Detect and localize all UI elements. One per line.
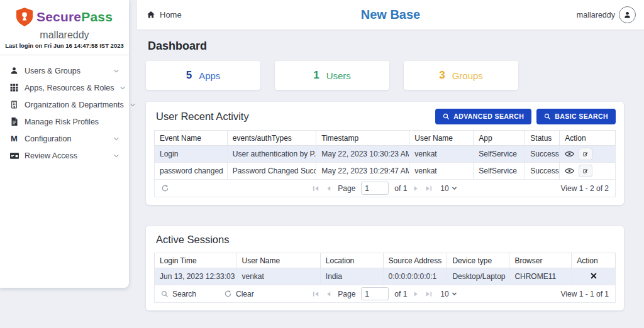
top-header: New Base Home mallareddy xyxy=(137,0,644,30)
first-page-icon[interactable] xyxy=(313,291,319,297)
view-range-label: View 1 - 1 of 1 xyxy=(561,290,609,298)
user-icon xyxy=(9,67,19,75)
stat-card-groups[interactable]: 3 Groups xyxy=(404,61,518,90)
next-page-icon[interactable] xyxy=(413,185,419,192)
basic-search-button[interactable]: BASIC SEARCH xyxy=(536,109,616,124)
pagination: Page of 1 10 xyxy=(155,182,615,195)
stat-cards: 5 Apps 1 Users 3 Groups xyxy=(146,61,624,90)
activity-table-footer: Page of 1 10 View 1 - 2 of 2 xyxy=(154,180,616,197)
grid-icon xyxy=(9,84,19,92)
clear-button[interactable]: Clear xyxy=(224,290,254,298)
activity-table: Event Name events/authTypes Timestamp Us… xyxy=(154,130,616,180)
table-row: Login User authentication by P... May 22… xyxy=(155,146,616,163)
terminate-session-icon[interactable] xyxy=(591,273,597,279)
refresh-icon[interactable] xyxy=(161,184,169,192)
dashboard-title: Dashboard xyxy=(148,40,624,53)
main-area: New Base Home mallareddy Dashboard 5 App… xyxy=(137,0,644,328)
sidebar-item-users-groups[interactable]: Users & Groups xyxy=(0,62,129,79)
building-icon xyxy=(9,101,19,109)
previous-page-icon[interactable] xyxy=(325,291,332,297)
page-number-input[interactable] xyxy=(361,182,389,195)
breadcrumb-home[interactable]: Home xyxy=(147,10,182,19)
chevron-down-icon xyxy=(130,102,136,108)
sidebar-item-review-access[interactable]: Review Access xyxy=(0,147,129,164)
sidebar: SecurePass mallareddy Last login on Fri … xyxy=(0,0,129,288)
edit-icon[interactable] xyxy=(579,165,592,177)
last-page-icon[interactable] xyxy=(425,185,432,192)
sidebar-item-manage-risk-profiles[interactable]: Manage Risk Profiles xyxy=(0,113,129,130)
card-icon xyxy=(9,151,19,160)
sidebar-username: mallareddy xyxy=(0,30,129,41)
view-icon[interactable] xyxy=(565,150,574,158)
active-sessions-panel: Active Sessions Login Time User Name Loc… xyxy=(146,226,624,310)
user-recent-activity-panel: User Recent Activity ADVANCED SEARCH BAS… xyxy=(146,102,624,205)
activity-table-header: Event Name events/authTypes Timestamp Us… xyxy=(155,131,616,146)
sidebar-item-organization-departments[interactable]: Organization & Departments xyxy=(0,96,129,113)
user-menu[interactable]: mallareddy xyxy=(577,6,636,23)
next-page-icon[interactable] xyxy=(413,291,419,297)
stat-card-users[interactable]: 1 Users xyxy=(275,61,389,90)
sidebar-item-configuration[interactable]: M Configuration xyxy=(0,130,129,147)
first-page-icon[interactable] xyxy=(313,185,319,192)
stat-card-apps[interactable]: 5 Apps xyxy=(146,61,260,90)
chevron-down-icon xyxy=(452,291,457,297)
chevron-down-icon xyxy=(113,68,119,74)
home-icon xyxy=(147,11,155,19)
file-icon xyxy=(9,118,19,126)
avatar xyxy=(619,6,636,23)
search-icon xyxy=(443,113,450,120)
page-title: New Base xyxy=(137,8,644,22)
sessions-table: Login Time User Name Location Source Add… xyxy=(154,253,616,285)
sessions-table-footer: Search Clear Pag xyxy=(154,285,616,303)
last-page-icon[interactable] xyxy=(425,291,432,297)
refresh-icon xyxy=(224,290,232,298)
search-button[interactable]: Search xyxy=(161,290,196,298)
chevron-down-icon xyxy=(452,185,457,191)
sidebar-nav: Users & Groups Apps, Resources & Roles O… xyxy=(0,55,129,171)
sessions-table-header: Login Time User Name Location Source Add… xyxy=(155,253,616,268)
header-username: mallareddy xyxy=(577,11,615,19)
page-size-select[interactable]: 10 xyxy=(440,290,457,298)
chevron-down-icon xyxy=(113,153,119,159)
view-range-label: View 1 - 2 of 2 xyxy=(561,184,609,193)
last-login-text: Last login on Fri Jun 16 14:47:58 IST 20… xyxy=(0,42,129,55)
view-icon[interactable] xyxy=(565,167,574,175)
content: Dashboard 5 Apps 1 Users 3 Groups User R… xyxy=(137,30,644,310)
search-icon xyxy=(161,290,169,298)
shield-logo-icon xyxy=(16,8,33,26)
sessions-panel-title: Active Sessions xyxy=(156,234,229,246)
chevron-down-icon xyxy=(119,85,126,91)
activity-panel-title: User Recent Activity xyxy=(156,111,249,123)
brand-logo: SecurePass xyxy=(0,0,129,26)
brand-name: SecurePass xyxy=(36,9,113,25)
table-row: Jun 13, 2023 12:33:03 PM venkat India 0:… xyxy=(155,268,616,285)
table-row: password changed Password Changed Succ..… xyxy=(155,163,616,180)
edit-icon[interactable] xyxy=(579,148,592,160)
page-size-select[interactable]: 10 xyxy=(440,184,457,193)
advanced-search-button[interactable]: ADVANCED SEARCH xyxy=(435,109,531,124)
page-number-input[interactable] xyxy=(361,287,389,300)
chevron-down-icon xyxy=(113,136,119,142)
sidebar-item-apps-resources-roles[interactable]: Apps, Resources & Roles xyxy=(0,79,129,96)
previous-page-icon[interactable] xyxy=(325,185,332,192)
configuration-icon: M xyxy=(9,134,19,143)
search-icon xyxy=(544,113,551,120)
